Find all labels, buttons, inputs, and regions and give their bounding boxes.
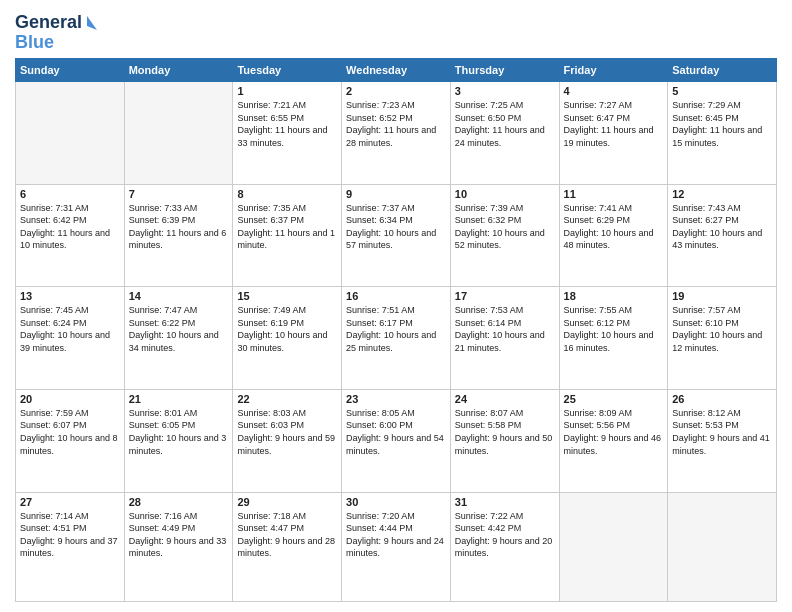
day-number: 12 [672,188,772,200]
cell-info: Sunrise: 7:49 AM Sunset: 6:19 PM Dayligh… [237,304,337,354]
calendar-cell: 11Sunrise: 7:41 AM Sunset: 6:29 PM Dayli… [559,184,668,287]
calendar-cell: 28Sunrise: 7:16 AM Sunset: 4:49 PM Dayli… [124,492,233,602]
calendar-week-2: 6Sunrise: 7:31 AM Sunset: 6:42 PM Daylig… [16,184,777,287]
cell-info: Sunrise: 7:23 AM Sunset: 6:52 PM Dayligh… [346,99,446,149]
day-number: 28 [129,496,229,508]
calendar-cell: 26Sunrise: 8:12 AM Sunset: 5:53 PM Dayli… [668,389,777,492]
cell-info: Sunrise: 8:03 AM Sunset: 6:03 PM Dayligh… [237,407,337,457]
cell-info: Sunrise: 7:35 AM Sunset: 6:37 PM Dayligh… [237,202,337,252]
day-number: 6 [20,188,120,200]
calendar-table: SundayMondayTuesdayWednesdayThursdayFrid… [15,58,777,602]
calendar-cell: 2Sunrise: 7:23 AM Sunset: 6:52 PM Daylig… [342,82,451,185]
calendar-cell: 29Sunrise: 7:18 AM Sunset: 4:47 PM Dayli… [233,492,342,602]
logo: GeneralBlue [15,10,105,52]
cell-info: Sunrise: 7:51 AM Sunset: 6:17 PM Dayligh… [346,304,446,354]
cell-info: Sunrise: 7:55 AM Sunset: 6:12 PM Dayligh… [564,304,664,354]
day-number: 11 [564,188,664,200]
calendar-cell: 24Sunrise: 8:07 AM Sunset: 5:58 PM Dayli… [450,389,559,492]
cell-info: Sunrise: 8:09 AM Sunset: 5:56 PM Dayligh… [564,407,664,457]
weekday-header-monday: Monday [124,59,233,82]
cell-info: Sunrise: 7:53 AM Sunset: 6:14 PM Dayligh… [455,304,555,354]
calendar-cell: 4Sunrise: 7:27 AM Sunset: 6:47 PM Daylig… [559,82,668,185]
cell-info: Sunrise: 7:47 AM Sunset: 6:22 PM Dayligh… [129,304,229,354]
day-number: 19 [672,290,772,302]
cell-info: Sunrise: 7:21 AM Sunset: 6:55 PM Dayligh… [237,99,337,149]
cell-info: Sunrise: 7:22 AM Sunset: 4:42 PM Dayligh… [455,510,555,560]
day-number: 17 [455,290,555,302]
calendar-page: GeneralBlue SundayMondayTuesdayWednesday… [0,0,792,612]
svg-text:Blue: Blue [15,32,54,52]
calendar-cell [16,82,125,185]
weekday-header-row: SundayMondayTuesdayWednesdayThursdayFrid… [16,59,777,82]
day-number: 15 [237,290,337,302]
calendar-week-3: 13Sunrise: 7:45 AM Sunset: 6:24 PM Dayli… [16,287,777,390]
cell-info: Sunrise: 8:01 AM Sunset: 6:05 PM Dayligh… [129,407,229,457]
calendar-cell: 6Sunrise: 7:31 AM Sunset: 6:42 PM Daylig… [16,184,125,287]
calendar-cell: 27Sunrise: 7:14 AM Sunset: 4:51 PM Dayli… [16,492,125,602]
calendar-cell: 31Sunrise: 7:22 AM Sunset: 4:42 PM Dayli… [450,492,559,602]
day-number: 18 [564,290,664,302]
calendar-cell: 9Sunrise: 7:37 AM Sunset: 6:34 PM Daylig… [342,184,451,287]
calendar-week-5: 27Sunrise: 7:14 AM Sunset: 4:51 PM Dayli… [16,492,777,602]
day-number: 2 [346,85,446,97]
calendar-cell [559,492,668,602]
day-number: 10 [455,188,555,200]
weekday-header-wednesday: Wednesday [342,59,451,82]
cell-info: Sunrise: 7:37 AM Sunset: 6:34 PM Dayligh… [346,202,446,252]
calendar-cell: 12Sunrise: 7:43 AM Sunset: 6:27 PM Dayli… [668,184,777,287]
page-header: GeneralBlue [15,10,777,52]
cell-info: Sunrise: 7:20 AM Sunset: 4:44 PM Dayligh… [346,510,446,560]
day-number: 4 [564,85,664,97]
cell-info: Sunrise: 8:07 AM Sunset: 5:58 PM Dayligh… [455,407,555,457]
svg-text:General: General [15,12,82,32]
calendar-cell: 17Sunrise: 7:53 AM Sunset: 6:14 PM Dayli… [450,287,559,390]
cell-info: Sunrise: 7:41 AM Sunset: 6:29 PM Dayligh… [564,202,664,252]
calendar-cell: 14Sunrise: 7:47 AM Sunset: 6:22 PM Dayli… [124,287,233,390]
cell-info: Sunrise: 7:57 AM Sunset: 6:10 PM Dayligh… [672,304,772,354]
cell-info: Sunrise: 7:59 AM Sunset: 6:07 PM Dayligh… [20,407,120,457]
cell-info: Sunrise: 7:45 AM Sunset: 6:24 PM Dayligh… [20,304,120,354]
calendar-week-1: 1Sunrise: 7:21 AM Sunset: 6:55 PM Daylig… [16,82,777,185]
calendar-cell: 7Sunrise: 7:33 AM Sunset: 6:39 PM Daylig… [124,184,233,287]
calendar-cell [124,82,233,185]
calendar-cell: 8Sunrise: 7:35 AM Sunset: 6:37 PM Daylig… [233,184,342,287]
day-number: 29 [237,496,337,508]
day-number: 21 [129,393,229,405]
day-number: 27 [20,496,120,508]
calendar-cell: 13Sunrise: 7:45 AM Sunset: 6:24 PM Dayli… [16,287,125,390]
calendar-cell: 30Sunrise: 7:20 AM Sunset: 4:44 PM Dayli… [342,492,451,602]
weekday-header-saturday: Saturday [668,59,777,82]
day-number: 1 [237,85,337,97]
calendar-cell: 3Sunrise: 7:25 AM Sunset: 6:50 PM Daylig… [450,82,559,185]
calendar-cell: 22Sunrise: 8:03 AM Sunset: 6:03 PM Dayli… [233,389,342,492]
calendar-cell: 23Sunrise: 8:05 AM Sunset: 6:00 PM Dayli… [342,389,451,492]
day-number: 7 [129,188,229,200]
day-number: 5 [672,85,772,97]
calendar-week-4: 20Sunrise: 7:59 AM Sunset: 6:07 PM Dayli… [16,389,777,492]
calendar-cell: 16Sunrise: 7:51 AM Sunset: 6:17 PM Dayli… [342,287,451,390]
cell-info: Sunrise: 7:33 AM Sunset: 6:39 PM Dayligh… [129,202,229,252]
cell-info: Sunrise: 8:12 AM Sunset: 5:53 PM Dayligh… [672,407,772,457]
day-number: 8 [237,188,337,200]
day-number: 13 [20,290,120,302]
day-number: 24 [455,393,555,405]
calendar-cell: 15Sunrise: 7:49 AM Sunset: 6:19 PM Dayli… [233,287,342,390]
svg-marker-2 [87,16,97,30]
calendar-cell: 5Sunrise: 7:29 AM Sunset: 6:45 PM Daylig… [668,82,777,185]
day-number: 26 [672,393,772,405]
cell-info: Sunrise: 7:14 AM Sunset: 4:51 PM Dayligh… [20,510,120,560]
day-number: 23 [346,393,446,405]
day-number: 9 [346,188,446,200]
weekday-header-sunday: Sunday [16,59,125,82]
cell-info: Sunrise: 7:43 AM Sunset: 6:27 PM Dayligh… [672,202,772,252]
calendar-cell: 21Sunrise: 8:01 AM Sunset: 6:05 PM Dayli… [124,389,233,492]
calendar-cell: 25Sunrise: 8:09 AM Sunset: 5:56 PM Dayli… [559,389,668,492]
weekday-header-friday: Friday [559,59,668,82]
cell-info: Sunrise: 7:18 AM Sunset: 4:47 PM Dayligh… [237,510,337,560]
cell-info: Sunrise: 7:31 AM Sunset: 6:42 PM Dayligh… [20,202,120,252]
day-number: 22 [237,393,337,405]
day-number: 20 [20,393,120,405]
cell-info: Sunrise: 8:05 AM Sunset: 6:00 PM Dayligh… [346,407,446,457]
cell-info: Sunrise: 7:39 AM Sunset: 6:32 PM Dayligh… [455,202,555,252]
cell-info: Sunrise: 7:27 AM Sunset: 6:47 PM Dayligh… [564,99,664,149]
